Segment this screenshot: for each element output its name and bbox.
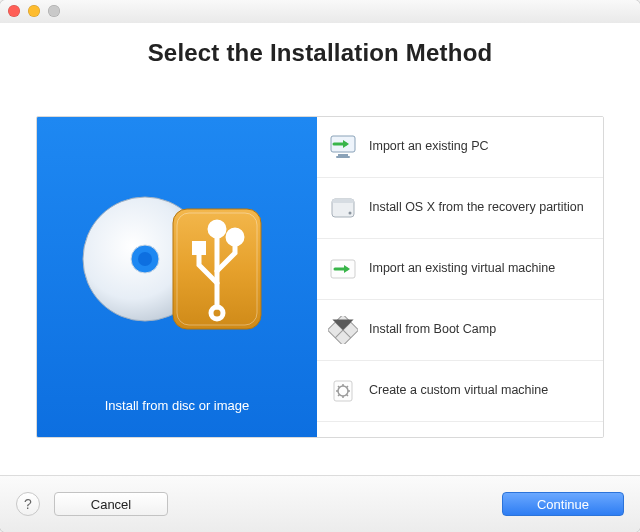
svg-line-29 xyxy=(347,386,349,388)
method-recovery-partition[interactable]: Install OS X from the recovery partition xyxy=(317,178,603,239)
svg-line-30 xyxy=(338,395,340,397)
svg-point-6 xyxy=(210,222,224,236)
svg-point-15 xyxy=(349,212,352,215)
import-arrow-icon xyxy=(327,253,359,285)
close-icon[interactable] xyxy=(8,5,20,17)
zoom-icon xyxy=(48,5,60,17)
method-import-pc[interactable]: Import an existing PC xyxy=(317,117,603,178)
method-import-vm[interactable]: Import an existing virtual machine xyxy=(317,239,603,300)
method-label: Create a custom virtual machine xyxy=(369,383,593,399)
footer: ? Cancel Continue xyxy=(0,475,640,532)
method-list: Import an existing PC Install OS X from … xyxy=(317,117,603,437)
titlebar xyxy=(0,0,640,23)
method-label: Install OS X from the recovery partition xyxy=(369,200,593,216)
svg-rect-11 xyxy=(338,154,348,156)
method-boot-camp[interactable]: Install from Boot Camp xyxy=(317,300,603,361)
monitor-import-icon xyxy=(327,131,359,163)
method-label: Import an existing PC xyxy=(369,139,593,155)
harddrive-icon xyxy=(327,192,359,224)
page-title: Select the Installation Method xyxy=(0,39,640,67)
help-button[interactable]: ? xyxy=(16,492,40,516)
svg-rect-14 xyxy=(332,199,354,203)
cancel-button[interactable]: Cancel xyxy=(54,492,168,516)
preview-caption: Install from disc or image xyxy=(105,398,250,413)
preview-pane: Install from disc or image xyxy=(37,117,317,437)
svg-line-27 xyxy=(338,386,340,388)
svg-line-28 xyxy=(347,395,349,397)
svg-point-9 xyxy=(228,230,242,244)
window-controls xyxy=(8,5,60,17)
method-label: Import an existing virtual machine xyxy=(369,261,593,277)
bootcamp-diamond-icon xyxy=(327,314,359,346)
minimize-icon[interactable] xyxy=(28,5,40,17)
svg-rect-8 xyxy=(192,241,206,255)
installer-window: Select the Installation Method xyxy=(0,0,640,532)
content-pane: Install from disc or image Import an exi… xyxy=(36,116,604,438)
svg-rect-12 xyxy=(336,156,350,158)
method-label: Install from Boot Camp xyxy=(369,322,593,338)
gear-document-icon xyxy=(327,375,359,407)
continue-button[interactable]: Continue xyxy=(502,492,624,516)
disc-usb-illustration-icon xyxy=(37,171,317,341)
svg-point-2 xyxy=(138,252,152,266)
method-custom-vm[interactable]: Create a custom virtual machine xyxy=(317,361,603,422)
